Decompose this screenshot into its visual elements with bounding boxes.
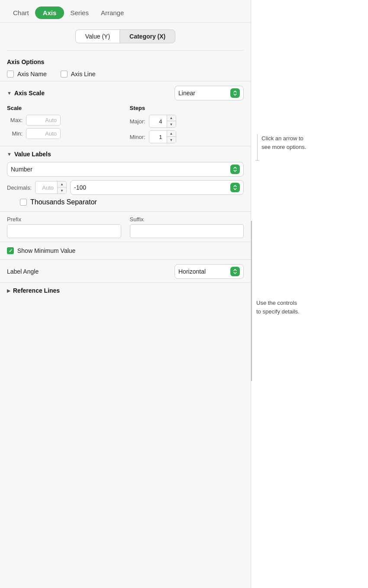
axis-options-row: Axis Name Axis Line bbox=[7, 69, 244, 79]
decimals-down[interactable]: ▼ bbox=[58, 187, 66, 194]
axis-scale-header: ▼ Axis Scale Linear bbox=[7, 86, 244, 100]
axis-scale-title: Axis Scale bbox=[14, 90, 172, 97]
label-angle-dropdown[interactable]: Horizontal bbox=[174, 264, 244, 279]
axis-line-checkbox-label[interactable]: Axis Line bbox=[61, 71, 96, 78]
value-labels-format-icon bbox=[230, 165, 240, 174]
decimals-value: Auto bbox=[36, 183, 57, 193]
suffix-label: Suffix bbox=[130, 216, 244, 223]
scale-max-input[interactable] bbox=[26, 115, 61, 126]
scale-column: Scale Max: Min: bbox=[7, 105, 121, 143]
decimals-row: Decimals: Auto ▲ ▼ -100 bbox=[7, 180, 244, 195]
tab-bar: Chart Axis Series Arrange bbox=[0, 0, 251, 23]
controls-tooltip-text: Use the controls to specify details. bbox=[256, 300, 300, 315]
axis-value-y-button[interactable]: Value (Y) bbox=[75, 29, 119, 43]
axis-scale-section: ▼ Axis Scale Linear Scale Max: bbox=[0, 81, 251, 146]
axis-line-checkbox[interactable] bbox=[61, 71, 68, 78]
reference-lines-header: ▶ Reference Lines bbox=[7, 287, 244, 294]
prefix-input[interactable] bbox=[7, 224, 121, 238]
value-labels-chevron[interactable]: ▼ bbox=[7, 152, 12, 157]
value-labels-format-dropdown[interactable]: Number bbox=[7, 162, 244, 177]
tab-axis[interactable]: Axis bbox=[35, 6, 65, 19]
axis-scale-value: Linear bbox=[178, 90, 195, 97]
steps-minor-up[interactable]: ▲ bbox=[167, 131, 176, 137]
show-minimum-section: Show Minimum Value bbox=[0, 242, 251, 259]
axis-scale-dropdown-icon bbox=[230, 88, 240, 98]
steps-minor-row: Minor: 1 ▲ ▼ bbox=[130, 130, 244, 143]
tab-chart[interactable]: Chart bbox=[7, 6, 35, 19]
divider-1 bbox=[7, 50, 244, 51]
show-minimum-text: Show Minimum Value bbox=[17, 247, 75, 254]
scale-column-title: Scale bbox=[7, 105, 121, 111]
decimals-buttons: ▲ ▼ bbox=[57, 181, 66, 194]
decimals-label: Decimals: bbox=[7, 184, 32, 191]
thousands-label: Thousands Separator bbox=[30, 198, 97, 206]
steps-column-title: Steps bbox=[130, 105, 244, 111]
steps-major-up[interactable]: ▲ bbox=[167, 115, 176, 121]
steps-major-value: 4 bbox=[149, 116, 167, 126]
steps-minor-label: Minor: bbox=[130, 134, 145, 140]
label-angle-dropdown-icon bbox=[230, 267, 240, 276]
scale-steps-grid: Scale Max: Min: Steps Major: bbox=[7, 105, 244, 143]
steps-major-row: Major: 4 ▲ ▼ bbox=[130, 115, 244, 128]
axis-name-checkbox[interactable] bbox=[7, 71, 14, 78]
thousands-separator-row: Thousands Separator bbox=[7, 198, 244, 206]
steps-minor-down[interactable]: ▼ bbox=[167, 137, 176, 143]
steps-minor-value: 1 bbox=[149, 132, 167, 142]
axis-options-section: Axis Options Axis Name Axis Line bbox=[0, 54, 251, 81]
label-angle-label: Label Angle bbox=[7, 268, 169, 275]
scale-max-row: Max: bbox=[7, 115, 121, 126]
tab-series[interactable]: Series bbox=[64, 6, 95, 19]
thousands-checkbox[interactable] bbox=[20, 199, 27, 206]
negative-format-dropdown[interactable]: -100 bbox=[70, 180, 244, 195]
scale-min-row: Min: bbox=[7, 128, 121, 139]
arrow-tooltip-text: Click an arrow to see more options. bbox=[261, 134, 368, 151]
axis-category-x-button[interactable]: Category (X) bbox=[119, 29, 175, 43]
axis-selector: Value (Y) Category (X) bbox=[0, 23, 251, 47]
steps-minor-stepper: 1 ▲ ▼ bbox=[149, 130, 176, 143]
prefix-label: Prefix bbox=[7, 216, 121, 223]
axis-scale-chevron[interactable]: ▼ bbox=[7, 90, 12, 96]
reference-lines-chevron[interactable]: ▶ bbox=[7, 288, 10, 294]
steps-minor-buttons: ▲ ▼ bbox=[167, 131, 176, 143]
value-labels-section: ▼ Value Labels Number Decimals: Auto bbox=[0, 146, 251, 211]
reference-lines-section: ▶ Reference Lines bbox=[0, 282, 251, 303]
scale-min-label: Min: bbox=[7, 130, 23, 137]
show-minimum-checkbox[interactable] bbox=[7, 247, 14, 254]
suffix-input[interactable] bbox=[130, 224, 244, 238]
value-labels-format-value: Number bbox=[11, 166, 32, 173]
steps-column: Steps Major: 4 ▲ ▼ Minor: bbox=[130, 105, 244, 143]
axis-name-checkbox-label[interactable]: Axis Name bbox=[7, 71, 47, 78]
axis-scale-dropdown[interactable]: Linear bbox=[174, 86, 244, 100]
negative-format-icon bbox=[230, 183, 240, 192]
annotations-panel: Click an arrow to see more options. Use … bbox=[251, 0, 368, 588]
steps-major-stepper: 4 ▲ ▼ bbox=[149, 115, 176, 128]
steps-major-down[interactable]: ▼ bbox=[167, 121, 176, 127]
axis-options-title: Axis Options bbox=[7, 58, 244, 65]
arrow-tooltip-block: Click an arrow to see more options. bbox=[255, 134, 368, 161]
label-angle-section: Label Angle Horizontal bbox=[0, 259, 251, 282]
value-labels-header: ▼ Value Labels bbox=[7, 151, 244, 158]
controls-tooltip-block: Use the controls to specify details. bbox=[251, 294, 368, 316]
prefix-suffix-row: Prefix Suffix bbox=[7, 216, 244, 238]
label-angle-value: Horizontal bbox=[178, 268, 206, 275]
steps-major-label: Major: bbox=[130, 118, 145, 125]
scale-min-input[interactable] bbox=[26, 128, 61, 139]
value-labels-title: Value Labels bbox=[14, 151, 244, 158]
prefix-column: Prefix bbox=[7, 216, 121, 238]
prefix-suffix-section: Prefix Suffix bbox=[0, 211, 251, 242]
negative-format-value: -100 bbox=[74, 184, 86, 191]
reference-lines-title: Reference Lines bbox=[13, 287, 244, 294]
steps-major-buttons: ▲ ▼ bbox=[167, 115, 176, 127]
axis-line-label: Axis Line bbox=[71, 71, 96, 78]
decimals-stepper: Auto ▲ ▼ bbox=[35, 181, 67, 194]
decimals-up[interactable]: ▲ bbox=[58, 181, 66, 187]
show-minimum-label[interactable]: Show Minimum Value bbox=[7, 247, 244, 254]
tab-arrange[interactable]: Arrange bbox=[95, 6, 130, 19]
scale-max-label: Max: bbox=[7, 117, 23, 123]
axis-name-label: Axis Name bbox=[17, 71, 47, 78]
suffix-column: Suffix bbox=[130, 216, 244, 238]
